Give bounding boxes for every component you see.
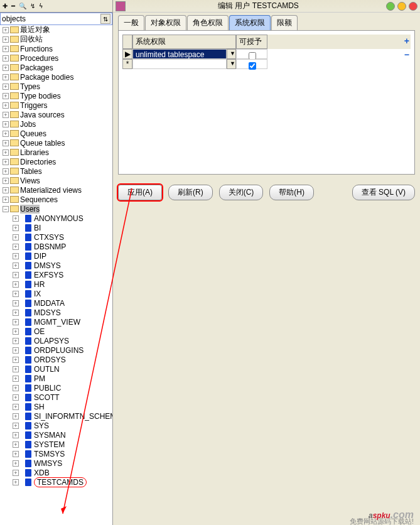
help-button[interactable]: 帮助(H) — [269, 185, 314, 200]
user-anonymous[interactable]: +ANONYMOUS — [0, 214, 112, 223]
user-testcamds[interactable]: +TESTCAMDS — [0, 477, 112, 487]
user-xdb[interactable]: +XDB — [0, 468, 112, 477]
expander-icon[interactable]: + — [13, 376, 19, 382]
expander-icon[interactable]: + — [3, 84, 9, 90]
object-tree[interactable]: +最近对象+回收站+Functions+Procedures+Packages+… — [0, 25, 112, 524]
expander-icon[interactable]: + — [3, 65, 9, 71]
user-system[interactable]: +SYSTEM — [0, 440, 112, 449]
expander-icon[interactable]: + — [13, 328, 19, 335]
expander-icon[interactable]: + — [3, 93, 9, 99]
user-dmsys[interactable]: +DMSYS — [0, 261, 112, 270]
expander-icon[interactable]: + — [3, 168, 9, 175]
user-olapsys[interactable]: +OLAPSYS — [0, 336, 112, 345]
user-tsmsys[interactable]: +TSMSYS — [0, 449, 112, 458]
expander-icon[interactable]: + — [13, 272, 19, 278]
user-mgmt_view[interactable]: +MGMT_VIEW — [0, 317, 112, 327]
objects-dropdown[interactable]: objects ⇅ — [0, 13, 112, 25]
expander-icon[interactable]: + — [3, 140, 9, 146]
tree-folder-views[interactable]: +Views — [0, 176, 112, 185]
grantable-checkbox[interactable] — [249, 62, 256, 70]
tree-folder-sequences[interactable]: +Sequences — [0, 195, 112, 204]
expander-icon[interactable]: + — [3, 197, 9, 203]
tree-folder-java-sources[interactable]: +Java sources — [0, 110, 112, 119]
user-sh[interactable]: +SH — [0, 402, 112, 411]
add-row-button[interactable]: + — [404, 36, 409, 46]
col-header-grantable[interactable]: 可授予 — [236, 35, 267, 49]
expander-icon[interactable]: + — [13, 281, 19, 288]
expander-icon[interactable]: + — [13, 347, 19, 354]
table-row[interactable]: ▶unlimited tablespace▼ — [122, 49, 411, 59]
remove-row-button[interactable]: − — [404, 50, 409, 60]
expander-icon[interactable]: + — [13, 310, 19, 316]
expander-icon[interactable]: + — [13, 451, 19, 457]
expander-icon[interactable]: + — [3, 74, 9, 80]
expander-icon[interactable]: + — [3, 36, 9, 43]
expander-icon[interactable]: + — [3, 159, 9, 165]
tab-一般[interactable]: 一般 — [118, 15, 144, 30]
expander-icon[interactable]: + — [13, 366, 19, 372]
view-sql-button[interactable]: 查看 SQL (V) — [352, 185, 415, 200]
user-ordplugins[interactable]: +ORDPLUGINS — [0, 345, 112, 355]
expander-icon[interactable]: + — [13, 338, 19, 344]
expander-icon[interactable]: + — [13, 385, 19, 391]
expander-icon[interactable]: + — [3, 121, 9, 127]
tree-folder-queue-tables[interactable]: +Queue tables — [0, 138, 112, 148]
expander-icon[interactable]: + — [13, 291, 19, 297]
tree-folder-type-bodies[interactable]: +Type bodies — [0, 91, 112, 100]
close-button[interactable] — [409, 2, 417, 11]
tree-folder-users[interactable]: −Users — [0, 204, 112, 214]
expander-icon[interactable]: + — [13, 470, 19, 476]
tree-folder-jobs[interactable]: +Jobs — [0, 119, 112, 129]
tree-folder-libraries[interactable]: +Libraries — [0, 148, 112, 157]
privilege-cell[interactable] — [132, 59, 227, 69]
user-exfsys[interactable]: +EXFSYS — [0, 270, 112, 279]
expander-icon[interactable]: + — [13, 432, 19, 438]
grantable-cell[interactable] — [236, 59, 267, 69]
expander-icon[interactable]: + — [13, 460, 19, 467]
user-ix[interactable]: +IX — [0, 289, 112, 298]
expander-icon[interactable]: + — [13, 300, 19, 306]
grantable-cell[interactable] — [236, 49, 267, 59]
expander-icon[interactable]: + — [3, 187, 9, 193]
tree-folder-types[interactable]: +Types — [0, 82, 112, 91]
expander-icon[interactable]: + — [3, 27, 9, 33]
expander-icon[interactable]: + — [3, 131, 9, 137]
maximize-button[interactable] — [397, 2, 406, 11]
apply-button[interactable]: 应用(A) — [118, 185, 162, 200]
user-wmsys[interactable]: +WMSYS — [0, 458, 112, 468]
expander-icon[interactable]: + — [3, 149, 9, 156]
tree-folder-最近对象[interactable]: +最近对象 — [0, 25, 112, 35]
user-si_informtn_schema[interactable]: +SI_INFORMTN_SCHEMA — [0, 411, 112, 421]
tab-对象权限[interactable]: 对象权限 — [145, 15, 186, 30]
expander-icon[interactable]: + — [3, 112, 9, 118]
expander-icon[interactable]: + — [13, 262, 19, 269]
tree-folder-procedures[interactable]: +Procedures — [0, 53, 112, 63]
user-mddata[interactable]: +MDDATA — [0, 298, 112, 308]
user-ordsys[interactable]: +ORDSYS — [0, 355, 112, 364]
col-header-privilege[interactable]: 系统权限 — [132, 35, 236, 49]
tab-限额[interactable]: 限额 — [271, 15, 298, 30]
expander-icon[interactable]: + — [13, 215, 19, 222]
user-dip[interactable]: +DIP — [0, 251, 112, 261]
expander-icon[interactable]: + — [13, 441, 19, 448]
expander-icon[interactable]: + — [13, 479, 19, 485]
refresh-button[interactable]: 刷新(R) — [168, 185, 213, 200]
expander-icon[interactable]: + — [13, 394, 19, 401]
user-bi[interactable]: +BI — [0, 223, 112, 232]
close-dialog-button[interactable]: 关闭(C) — [219, 185, 264, 200]
user-outln[interactable]: +OUTLN — [0, 364, 112, 374]
expander-icon[interactable]: − — [3, 206, 9, 212]
expander-icon[interactable]: + — [3, 46, 9, 52]
tab-角色权限[interactable]: 角色权限 — [187, 15, 229, 30]
dropdown-icon[interactable]: ▼ — [227, 59, 236, 69]
user-oe[interactable]: +OE — [0, 327, 112, 336]
user-scott[interactable]: +SCOTT — [0, 392, 112, 402]
lightning-icon[interactable]: ϟ — [39, 3, 43, 9]
tree-folder-directories[interactable]: +Directories — [0, 157, 112, 166]
tree-folder-回收站[interactable]: +回收站 — [0, 35, 112, 44]
user-dbsnmp[interactable]: +DBSNMP — [0, 242, 112, 251]
dropdown-icon[interactable]: ▼ — [227, 49, 236, 59]
minus-icon[interactable]: ━ — [11, 3, 15, 9]
plus-icon[interactable]: ✚ — [3, 3, 8, 9]
user-pm[interactable]: +PM — [0, 374, 112, 383]
